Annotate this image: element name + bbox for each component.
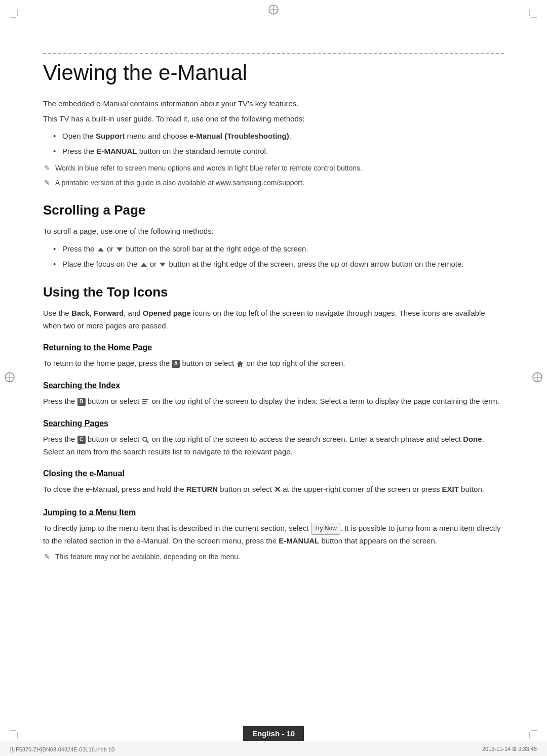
searching-pages-text: Press the C button or select on the top … [43,433,504,458]
bold-support: Support [96,132,125,140]
svg-rect-20 [142,399,148,400]
searching-index-title: Searching the Index [43,381,504,390]
note-blue-words: Words in blue refer to screen menu optio… [55,162,504,174]
home-icon [236,360,244,368]
scrolling-bullet-list: Press the or button on the scroll bar at… [53,243,504,270]
intro-line1: The embedded e-Manual contains informati… [43,98,504,110]
jumping-menu-text: To directly jump to the menu item that i… [43,522,504,548]
bold-emanual-btn2: E-MANUAL [279,536,319,545]
jumping-menu-title: Jumping to a Menu Item [43,508,504,517]
center-top-mark [268,4,279,17]
bold-emanual-ts: e-Manual (Troubleshooting) [189,132,289,140]
index-icon [141,398,149,406]
scrolling-bullet1: Press the or button on the scroll bar at… [53,243,504,255]
c-button-icon: C [77,436,86,444]
search-icon [141,436,149,444]
returning-home-title: Returning to the Home Page [43,343,504,352]
arrow-up-icon [98,247,104,251]
a-button-icon: A [172,360,180,368]
corner-mark-tr [522,10,537,25]
note-printable: A printable version of this guide is als… [55,177,504,188]
returning-home-text: To return to the home page, press the A … [43,357,504,370]
arrow-up-icon2 [141,263,147,267]
bold-back: Back [71,309,90,317]
closing-emanual-text: To close the e-Manual, press and hold th… [43,483,504,496]
arrow-down-icon [116,247,123,251]
arrow-down-icon2 [160,263,166,267]
bold-done: Done [463,435,482,443]
page-title: Viewing the e-Manual [43,60,504,86]
intro-bullet-list: Open the Support menu and choose e-Manua… [53,130,504,157]
closing-emanual-title: Closing the e-Manual [43,469,504,478]
svg-point-23 [143,437,147,441]
scrolling-bullet2: Place the focus on the or button at the … [53,258,504,270]
bottom-bar-right: 2013-11-14 ⊞ 9:33:48 [482,746,537,752]
x-close-icon: ✕ [274,483,281,496]
bold-return: RETURN [186,485,218,494]
side-left-mark [4,372,15,385]
bold-exit: EXIT [442,485,459,494]
bottom-bar: [UF5370-ZH]BN68-04824E-03L16.indb 10 201… [0,742,547,756]
top-icons-section-title: Using the Top Icons [43,284,504,300]
svg-rect-22 [142,403,146,404]
bold-opened-page: Opened page [143,309,191,317]
bullet-support: Open the Support menu and choose e-Manua… [53,130,504,142]
bold-emanual-btn: E-MANUAL [97,147,137,155]
searching-pages-title: Searching Pages [43,419,504,428]
bullet-emanual: Press the E-MANUAL button on the standar… [53,145,504,157]
scrolling-section-title: Scrolling a Page [43,202,504,218]
corner-mark-tl [10,10,25,25]
side-right-mark [532,372,543,385]
b-button-icon: B [77,398,86,406]
footer: English - 10 [0,726,547,741]
bold-forward: Forward [94,309,124,317]
svg-rect-21 [142,401,147,402]
intro-line2: This TV has a built-in user guide. To re… [43,113,504,125]
page-indicator: English - 10 [243,726,304,741]
top-icons-intro: Use the Back, Forward, and Opened page i… [43,307,504,332]
dashed-divider [43,53,504,54]
svg-line-24 [146,441,148,443]
scrolling-intro: To scroll a page, use one of the followi… [43,225,504,238]
try-now-button[interactable]: Try Now [311,523,340,535]
bottom-bar-left: [UF5370-ZH]BN68-04824E-03L16.indb 10 [10,746,114,752]
searching-index-text: Press the B button or select on the top … [43,395,504,408]
jumping-menu-note: This feature may not be available, depen… [55,551,504,562]
